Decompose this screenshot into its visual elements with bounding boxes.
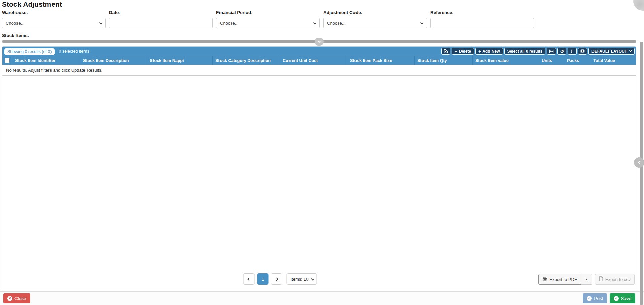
close-button[interactable]: ✕ Close [3,293,30,303]
delete-button[interactable]: − Delete [452,48,474,55]
chevron-down-icon [317,40,321,43]
grid-header-row: Stock Item Identifier Stock Item Descrip… [2,56,636,65]
column-header[interactable]: Stock Item Identifier [12,56,80,65]
adjustment-code-select[interactable]: Choose... [323,18,427,28]
column-header[interactable]: Stock Item Qty [415,56,473,65]
edit-button[interactable] [441,48,450,55]
empty-results-message: No results. Adjust filters and click Upd… [2,65,636,76]
check-icon: ✓ [587,296,592,301]
results-count-badge: Showing 0 results (of 0) [4,48,55,55]
footer-action-bar: ✕ Close ✓ Post ✓ Save [0,291,644,305]
export-options-button[interactable]: ▲ [581,274,592,285]
sort-amount-icon [570,49,574,53]
close-icon: ✕ [7,296,12,301]
collapse-handle[interactable] [315,38,324,46]
columns-button[interactable] [578,48,587,55]
column-header[interactable]: Packs [564,56,590,65]
reference-input[interactable] [430,18,534,28]
date-input[interactable] [109,18,213,28]
chevron-left-icon [247,277,251,281]
columns-icon [580,49,585,53]
filter-adjustment-code: Adjustment Code: Choose... [323,10,427,28]
filter-warehouse: Warehouse: Choose... [2,10,106,28]
column-header[interactable]: Stock Item Pack Size [347,56,415,65]
selected-count-text: 0 selected items [59,49,89,54]
stock-adjustment-screen: Stock Adjustment Warehouse: Choose... Da… [0,0,644,305]
caret-up-icon: ▲ [585,278,588,281]
column-header[interactable]: Stock Item Nappi [147,56,213,65]
date-label: Date: [109,10,213,15]
page-1-button[interactable]: 1 [257,273,269,285]
filter-reference: Reference: [430,10,534,28]
refresh-icon: ↺ [560,49,564,54]
add-new-button[interactable]: + Add New [475,48,503,55]
filter-financial-period: Financial Period: Choose... [216,10,320,28]
export-bar: Export to PDF ▲ csv Export to csv [538,274,635,285]
resize-width-icon [549,49,554,53]
warehouse-select[interactable]: Choose... [2,18,106,28]
corner-widget-button[interactable] [633,0,644,11]
column-header[interactable]: Stock Category Description [213,56,280,65]
prev-page-button[interactable] [243,273,255,285]
next-page-button[interactable] [271,273,282,285]
select-all-checkbox[interactable] [5,58,10,63]
plus-icon: + [478,49,481,54]
vertical-scrollbar[interactable] [640,42,643,305]
file-csv-icon: csv [599,276,603,282]
items-per-page-select[interactable]: Items: 100 [287,273,317,285]
page-title: Stock Adjustment [2,0,62,8]
financial-period-select[interactable]: Choose... [216,18,320,28]
select-all-checkbox-cell [2,56,12,65]
sort-button[interactable] [568,48,577,55]
pagination: 1 Items: 100 [243,273,317,285]
printer-icon [542,277,547,282]
filter-row: Warehouse: Choose... Date: Financial Per… [2,10,534,28]
refresh-button[interactable]: ↺ [557,48,566,55]
export-csv-button[interactable]: csv Export to csv [595,274,635,285]
column-header[interactable]: Stock Item Description [80,56,147,65]
side-panel-toggle[interactable] [634,157,644,168]
svg-text:csv: csv [600,279,603,281]
stock-items-label: Stock Items: [2,33,29,38]
column-header[interactable]: Units [539,56,564,65]
warehouse-label: Warehouse: [2,10,106,15]
chevron-left-icon [638,161,641,164]
chevron-right-icon [275,277,278,281]
column-header[interactable]: Total Value [590,56,636,65]
reference-label: Reference: [430,10,534,15]
adjustment-code-label: Adjustment Code: [323,10,427,15]
financial-period-label: Financial Period: [216,10,320,15]
post-button[interactable]: ✓ Post [583,293,607,303]
export-pdf-button[interactable]: Export to PDF [538,274,581,285]
stock-items-grid: Showing 0 results (of 0) 0 selected item… [2,46,636,289]
column-header[interactable]: Current Unit Cost [280,56,347,65]
chevron-down-icon [629,49,632,52]
column-header[interactable]: Stock Item value [473,56,539,65]
save-button[interactable]: ✓ Save [610,293,635,303]
grid-toolbar: Showing 0 results (of 0) 0 selected item… [2,47,636,56]
layout-dropdown[interactable]: DEFAULT LAYOUT [588,48,635,55]
minus-icon: − [455,49,457,54]
edit-pencil-icon [444,49,448,53]
fit-columns-button[interactable] [547,48,556,55]
check-icon: ✓ [614,296,619,301]
filter-date: Date: [109,10,213,28]
select-all-button[interactable]: Select all 0 results [504,48,546,55]
